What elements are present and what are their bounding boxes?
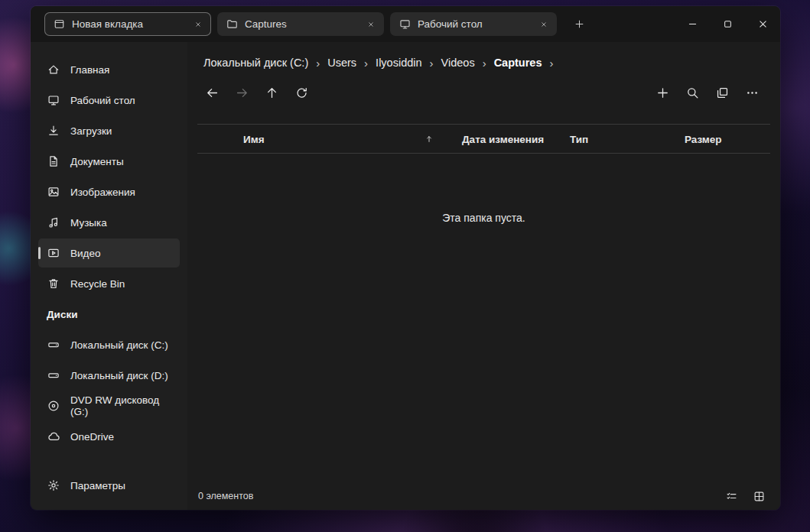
drive-icon <box>47 338 60 352</box>
sidebar-item-onedrive[interactable]: OneDrive <box>38 422 180 451</box>
sidebar-item-label: Изображения <box>70 187 135 198</box>
breadcrumb-segment[interactable]: Ilyosiddin <box>374 55 423 70</box>
forward-button[interactable] <box>228 79 255 105</box>
sidebar-item-label: Локальный диск (D:) <box>70 370 168 381</box>
file-list-area[interactable]: Эта папка пуста. <box>187 154 780 482</box>
plus-icon <box>574 19 584 29</box>
search-button[interactable] <box>678 79 706 105</box>
sidebar-item-recycle-bin[interactable]: Recycle Bin <box>38 269 180 298</box>
copy-view-button[interactable] <box>708 79 736 105</box>
copy-view-icon <box>716 86 729 99</box>
sidebar-item-home[interactable]: Главная <box>38 55 180 84</box>
column-header-type[interactable]: Тип <box>570 133 588 144</box>
maximize-button[interactable] <box>710 6 745 41</box>
sidebar-item-label: Локальный диск (C:) <box>70 339 168 351</box>
navigation-toolbar <box>187 77 780 108</box>
details-view-icon <box>726 491 737 502</box>
search-icon <box>686 86 699 99</box>
tab-captures[interactable]: Captures <box>217 12 384 36</box>
main-content: Локальный диск (C:) › Users › Ilyosiddin… <box>187 42 780 510</box>
empty-folder-message: Эта папка пуста. <box>187 212 780 224</box>
refresh-icon <box>295 86 308 99</box>
close-icon <box>759 20 767 28</box>
breadcrumb-segment[interactable]: Users <box>326 55 358 70</box>
back-icon <box>206 86 219 99</box>
breadcrumb-chevron-icon[interactable]: › <box>424 57 440 70</box>
column-header-name[interactable]: Имя <box>243 133 265 144</box>
thumbnails-view-icon <box>753 491 765 502</box>
back-button[interactable] <box>198 79 226 105</box>
window-controls <box>675 6 780 41</box>
file-explorer-window: Новая вкладка Captures Рабочий стол <box>31 6 780 510</box>
column-header-date-modified[interactable]: Дата изменения <box>462 133 544 144</box>
sidebar-item-label: OneDrive <box>70 431 114 443</box>
close-button[interactable] <box>745 6 780 41</box>
drives-section-header: Диски <box>31 299 187 329</box>
minimize-button[interactable] <box>675 6 710 41</box>
breadcrumb: Локальный диск (C:) › Users › Ilyosiddin… <box>187 42 780 77</box>
drive-icon <box>47 368 60 382</box>
breadcrumb-chevron-icon[interactable]: › <box>544 57 560 70</box>
tab-label: Рабочий стол <box>418 18 528 30</box>
close-icon <box>194 21 202 28</box>
column-header-size[interactable]: Размер <box>685 133 722 144</box>
selection-indicator <box>38 247 41 259</box>
sidebar-item-label: Музыка <box>70 217 107 229</box>
disc-icon <box>47 399 60 413</box>
breadcrumb-chevron-icon[interactable]: › <box>310 57 326 70</box>
up-button[interactable] <box>258 79 285 105</box>
refresh-button[interactable] <box>288 79 315 105</box>
sidebar-item-downloads[interactable]: Загрузки <box>38 116 180 145</box>
tab-close-button[interactable] <box>189 15 207 34</box>
sidebar-item-drive-c[interactable]: Локальный диск (C:) <box>38 330 180 359</box>
monitor-icon <box>47 93 60 107</box>
sidebar-item-label: Recycle Bin <box>70 278 125 290</box>
gear-icon <box>47 478 60 492</box>
sidebar-item-documents[interactable]: Документы <box>38 147 180 176</box>
sidebar-item-videos[interactable]: Видео <box>38 238 180 268</box>
up-icon <box>265 86 278 99</box>
details-view-button[interactable] <box>717 485 745 508</box>
breadcrumb-segment[interactable]: Локальный диск (C:) <box>202 55 310 70</box>
sidebar-item-label: Рабочий стол <box>70 95 135 106</box>
plus-icon <box>656 86 669 99</box>
sidebar-item-drive-d[interactable]: Локальный диск (D:) <box>38 361 180 390</box>
sidebar-item-label: DVD RW дисковод (G:) <box>70 394 174 417</box>
view-toggle-group <box>717 485 773 508</box>
cloud-icon <box>47 430 60 443</box>
music-icon <box>47 216 60 229</box>
forward-icon <box>236 86 249 99</box>
sidebar-item-settings[interactable]: Параметры <box>38 471 180 500</box>
breadcrumb-chevron-icon[interactable]: › <box>358 57 374 70</box>
sidebar-item-music[interactable]: Музыка <box>38 208 180 237</box>
new-item-button[interactable] <box>649 79 676 105</box>
tab-close-button[interactable] <box>535 15 553 34</box>
thumbnails-view-button[interactable] <box>745 485 773 508</box>
sidebar-item-desktop[interactable]: Рабочий стол <box>38 86 180 115</box>
more-button[interactable] <box>738 79 766 105</box>
tab-label: Captures <box>245 18 355 30</box>
status-bar: 0 элементов <box>187 482 780 510</box>
minimize-icon <box>688 20 697 28</box>
breadcrumb-chevron-icon[interactable]: › <box>477 57 493 70</box>
tab-close-button[interactable] <box>362 15 380 34</box>
tab-new-tab[interactable]: Новая вкладка <box>44 12 211 36</box>
download-icon <box>47 124 60 138</box>
monitor-icon <box>399 18 411 30</box>
sidebar-item-label: Главная <box>70 64 109 76</box>
sidebar-item-pictures[interactable]: Изображения <box>38 177 180 206</box>
breadcrumb-segment-current[interactable]: Captures <box>493 55 544 70</box>
maximize-icon <box>724 20 732 28</box>
more-icon <box>746 86 759 99</box>
sidebar-item-label: Видео <box>70 248 100 259</box>
sidebar-item-dvd-drive-g[interactable]: DVD RW дисковод (G:) <box>38 391 180 420</box>
tab-desktop[interactable]: Рабочий стол <box>390 12 557 36</box>
navigation-sidebar: Главная Рабочий стол Загрузки Документы <box>31 42 187 510</box>
new-tab-button[interactable] <box>566 11 592 37</box>
breadcrumb-segment[interactable]: Videos <box>440 55 477 70</box>
tab-page-icon <box>54 18 65 30</box>
close-icon <box>367 21 375 28</box>
video-icon <box>47 246 60 260</box>
trash-icon <box>47 277 60 290</box>
home-icon <box>47 63 60 76</box>
